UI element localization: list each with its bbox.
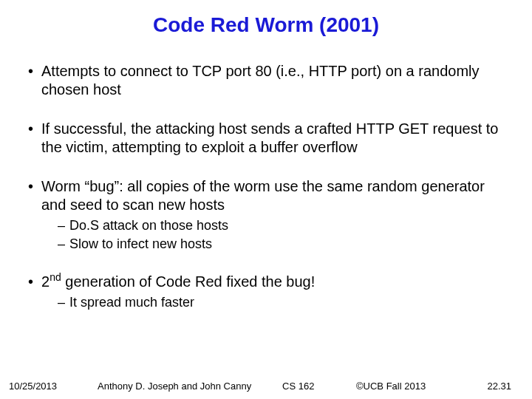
bullet-item: Worm “bug”: all copies of the worm use t…: [28, 177, 511, 252]
footer-authors: Anthony D. Joseph and John Canny: [83, 381, 282, 392]
footer-copyright: ©UCB Fall 2013: [356, 381, 467, 392]
bullet-text-superscript: nd: [50, 271, 61, 283]
bullet-text: Attempts to connect to TCP port 80 (i.e.…: [41, 63, 480, 98]
sub-bullet-item: It spread much faster: [58, 294, 511, 311]
slide: Code Red Worm (2001) Attempts to connect…: [0, 0, 532, 399]
bullet-text: If successful, the attacking host sends …: [41, 120, 498, 155]
bullet-item: 2nd generation of Code Red fixed the bug…: [28, 273, 511, 311]
bullet-item: If successful, the attacking host sends …: [28, 120, 511, 157]
sub-bullet-text: It spread much faster: [69, 295, 194, 310]
footer-course: CS 162: [282, 381, 356, 392]
slide-title: Code Red Worm (2001): [0, 0, 532, 41]
sub-bullet-list: It spread much faster: [41, 294, 511, 311]
footer-date: 10/25/2013: [9, 381, 83, 392]
footer-page: 22.31: [467, 381, 511, 392]
sub-bullet-text: Do.S attack on those hosts: [69, 218, 228, 233]
bullet-list: Attempts to connect to TCP port 80 (i.e.…: [21, 62, 511, 311]
sub-bullet-text: Slow to infect new hosts: [69, 236, 212, 251]
bullet-item: Attempts to connect to TCP port 80 (i.e.…: [28, 62, 511, 99]
sub-bullet-item: Slow to infect new hosts: [58, 236, 511, 253]
bullet-text: Worm “bug”: all copies of the worm use t…: [41, 178, 485, 213]
sub-bullet-item: Do.S attack on those hosts: [58, 217, 511, 234]
slide-content: Attempts to connect to TCP port 80 (i.e.…: [0, 62, 532, 311]
bullet-text-pre: 2: [41, 273, 50, 290]
bullet-text-post: generation of Code Red fixed the bug!: [61, 273, 316, 290]
sub-bullet-list: Do.S attack on those hosts Slow to infec…: [41, 217, 511, 252]
slide-footer: 10/25/2013 Anthony D. Joseph and John Ca…: [0, 381, 532, 392]
